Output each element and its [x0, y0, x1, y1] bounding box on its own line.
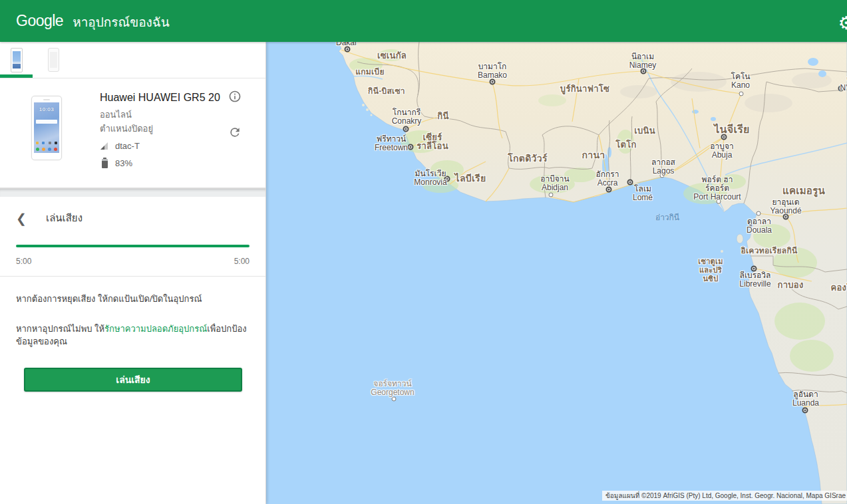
capital-city-marker: [606, 187, 612, 193]
info-icon[interactable]: [228, 90, 242, 103]
map-city-label: บามาโกBamako: [478, 63, 507, 80]
hint-secure-device: หากหาอุปกรณ์ไม่พบ ให้รักษาความปลอดภัยอุป…: [16, 322, 249, 348]
page-title: หาอุปกรณ์ของฉัน: [73, 11, 170, 32]
status-online: ออนไลน์: [100, 110, 255, 120]
city-marker: [660, 174, 665, 178]
battery-level: 83%: [115, 158, 132, 168]
water-label-gulf-of-guinea: อ่าวกินี: [655, 213, 679, 222]
map-city-label: พอร์ต ฮาร์คอร์ตPort Harcourt: [693, 176, 741, 201]
capital-city-marker: [490, 79, 496, 85]
tab-device-huawei[interactable]: [9, 47, 24, 72]
phone-outline-icon: [48, 48, 59, 72]
time-elapsed: 5:00: [16, 257, 31, 266]
device-tabs: [0, 42, 265, 78]
capital-city-marker: [345, 47, 351, 53]
battery-row: 83%: [100, 158, 255, 168]
map-attribution: ข้อมูลแผนที่ ©2019 AfriGIS (Pty) Ltd, Go…: [602, 491, 847, 501]
phone-thumbnail-icon: [11, 48, 23, 72]
map-canvas[interactable]: อ่าวกินี เซเนกัลแกมเบียกินี-บิสเซากินีเซ…: [266, 42, 847, 504]
device-name: Huawei HUAWEI GR5 20: [100, 92, 220, 104]
capital-city-marker: [751, 266, 757, 272]
city-marker: [717, 199, 721, 204]
capital-city-marker: [408, 144, 414, 150]
map-country-label: เซเนกัล: [377, 51, 407, 60]
secure-device-link[interactable]: รักษาความปลอดภัยอุปกรณ์: [104, 324, 207, 334]
time-total: 5:00: [234, 257, 250, 266]
app-header: Google หาอุปกรณ์ของฉัน ⚙: [0, 0, 847, 42]
map-country-label: ไนจีเรีย: [714, 125, 750, 134]
map-city-label: อักกราAccra: [596, 170, 619, 188]
map-country-label: กานา: [582, 151, 605, 160]
map-country-label: แกมเบีย: [355, 68, 384, 76]
carrier-name: dtac-T: [115, 141, 140, 151]
map-city-label: โคโนKano: [731, 72, 750, 90]
play-sound-button[interactable]: เล่นเสียง: [24, 368, 242, 392]
battery-icon: [102, 159, 108, 168]
map-country-label: โตโก: [615, 140, 636, 149]
map-city-label: มันโรเวียMonrovia: [414, 170, 446, 187]
capital-city-marker: [641, 68, 647, 74]
map-city-label: ลากอสLagos: [651, 158, 675, 176]
map-country-label: บูร์กินาฟาโซ: [560, 84, 609, 93]
capital-city-marker: [802, 408, 808, 414]
city-marker: [757, 211, 761, 216]
capital-city-marker: [403, 126, 409, 132]
device-card: 10:03 Huawei HUAWEI GR5 20: [0, 78, 265, 188]
section-divider: [0, 188, 265, 197]
sound-progress-track: [16, 245, 250, 247]
refresh-icon[interactable]: [228, 126, 242, 139]
play-sound-panel: ❮ เล่นเสียง 5:00 5:00 หากต้องการหยุดเสีย…: [0, 197, 265, 392]
map-city-label: ยาอุนเดYaoundé: [770, 198, 801, 215]
device-photo-clock: 10:03: [34, 106, 59, 112]
map-city-label: โกนากรีConakry: [392, 108, 422, 126]
find-my-device-app: Google หาอุปกรณ์ของฉัน ⚙ 10:03: [0, 0, 847, 504]
capital-city-marker: [838, 86, 844, 92]
capital-city-marker: [783, 214, 789, 220]
map-country-label: อิเควทอเรียลกินี: [741, 247, 797, 255]
settings-gear-icon[interactable]: ⚙: [838, 13, 847, 34]
map-city-label: อาบีจานAbidjan: [540, 175, 570, 192]
map-city-label: ลูอันดาLuanda: [792, 390, 819, 408]
map-country-label: โกตดิวัวร์: [508, 154, 548, 163]
capital-city-marker: [721, 134, 727, 140]
carrier-row: dtac-T: [100, 141, 255, 151]
map-city-label: ดูอาลาDouala: [747, 217, 772, 235]
map-city-label: นีอาเมNiamey: [629, 53, 657, 70]
signal-icon: [100, 142, 108, 150]
city-marker: [392, 397, 397, 402]
map-country-label: ไลบีเรีย: [455, 174, 486, 183]
map-city-label: ฟรีทาวน์Freetown: [375, 135, 408, 152]
tab-device-other[interactable]: [46, 47, 61, 72]
map-country-label: แคเมอรูน: [782, 186, 825, 195]
map-country-label: กินี-บิสเซา: [368, 87, 405, 96]
map-city-label: โลเมLomé: [633, 185, 653, 202]
map-country-label: เซียร์ ราลีโอน: [417, 133, 448, 150]
selected-tab-indicator: [0, 74, 33, 78]
capital-city-marker: [627, 180, 633, 186]
google-logo: Google: [16, 12, 63, 30]
map-city-label: อาบูจาAbuja: [710, 142, 733, 160]
device-info: Huawei HUAWEI GR5 20 ออนไลน์ ตำแหน่งปิดอ…: [100, 92, 255, 168]
hint-stop-sound: หากต้องการหยุดเสียง ให้กดแป้นเปิด/ปิดในอ…: [16, 293, 249, 305]
map-country-label: คองโก: [830, 283, 847, 292]
map-country-label: กาบอง: [777, 281, 803, 289]
sound-progress-bar: [16, 245, 250, 247]
map-country-label: เซาตูเม และปริ นซิป: [698, 257, 723, 283]
map-city-label: ลีเบรอวิลLibreville: [739, 271, 770, 289]
device-photo: 10:03: [31, 96, 62, 160]
map-city-label: จอร์จทาวน์Georgetown: [371, 380, 414, 397]
map-labels-layer: อ่าวกินี เซเนกัลแกมเบียกินี-บิสเซากินีเซ…: [266, 42, 847, 504]
panel-title: เล่นเสียง: [46, 210, 83, 226]
sidebar: 10:03 Huawei HUAWEI GR5 20: [0, 42, 266, 504]
city-marker: [739, 92, 744, 96]
capital-city-marker: [444, 176, 450, 182]
map-country-label: กินี: [437, 112, 448, 120]
city-marker: [549, 193, 554, 197]
back-chevron-icon[interactable]: ❮: [16, 212, 28, 224]
map-country-label: เบนิน: [634, 126, 655, 135]
